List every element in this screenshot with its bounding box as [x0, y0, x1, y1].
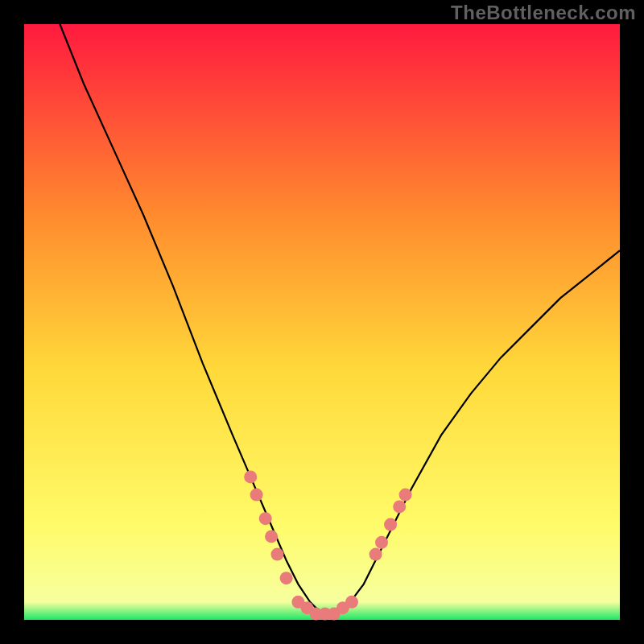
bottleneck-chart — [0, 0, 644, 644]
curve-marker — [250, 489, 263, 502]
curve-marker — [280, 572, 293, 584]
curve-marker — [244, 470, 257, 483]
curve-marker — [271, 548, 284, 561]
curve-marker — [345, 596, 358, 609]
watermark-text: TheBottleneck.com — [451, 2, 636, 24]
curve-marker — [259, 512, 272, 525]
curve-marker — [393, 500, 406, 513]
curve-marker — [265, 530, 278, 543]
curve-marker — [369, 548, 382, 561]
curve-marker — [375, 536, 388, 549]
plot-background — [24, 24, 620, 620]
chart-frame: TheBottleneck.com — [0, 0, 644, 644]
curve-marker — [399, 489, 412, 502]
curve-marker — [384, 518, 397, 531]
